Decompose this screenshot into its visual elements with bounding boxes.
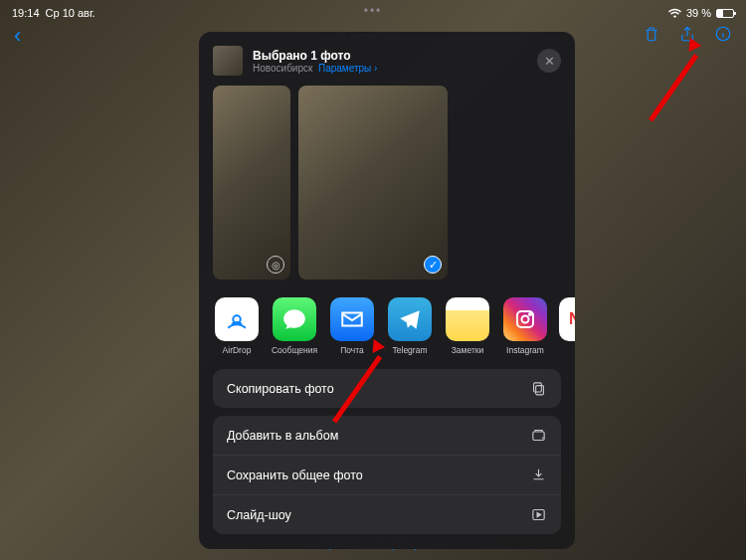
app-notes[interactable]: Заметки — [444, 297, 491, 355]
wifi-icon — [668, 8, 681, 18]
back-button[interactable]: ‹ — [0, 23, 35, 49]
header-thumbnail — [213, 46, 243, 76]
trash-button[interactable] — [643, 25, 660, 47]
mail-icon — [330, 297, 374, 341]
action-list: Скопировать фото Добавить в альбом Сохра… — [199, 359, 575, 534]
copy-icon — [530, 380, 547, 397]
download-icon — [530, 467, 547, 483]
preview-photo-2[interactable]: ✓ — [298, 86, 448, 280]
svg-rect-6 — [534, 383, 542, 392]
action-label: Добавить в альбом — [227, 429, 338, 443]
action-copy-photo[interactable]: Скопировать фото — [213, 369, 561, 408]
app-label: Заметки — [444, 345, 491, 355]
app-label: AirDrop — [213, 345, 261, 355]
action-label: Скопировать фото — [227, 382, 334, 396]
app-messages[interactable]: Сообщения — [271, 297, 318, 355]
album-icon — [530, 427, 547, 444]
status-date: Ср 10 авг. — [46, 7, 95, 19]
svg-rect-7 — [533, 432, 544, 441]
selected-check-icon: ✓ — [424, 256, 442, 274]
close-button[interactable]: ✕ — [537, 49, 561, 73]
app-label: Сообщения — [271, 345, 318, 355]
action-add-to-album[interactable]: Добавить в альбом — [213, 416, 561, 455]
app-instagram[interactable]: Instagram — [501, 297, 549, 355]
action-label: Слайд-шоу — [227, 508, 291, 522]
telegram-icon — [388, 297, 432, 341]
info-button[interactable] — [714, 25, 732, 47]
sheet-title: Выбрано 1 фото — [253, 49, 527, 63]
location-text: Новосибирск — [253, 63, 312, 74]
preview-row: ◎ ✓ — [199, 86, 575, 291]
share-sheet: Выбрано 1 фото Новосибирск Параметры › ✕… — [199, 32, 575, 549]
sheet-subtitle: Новосибирск Параметры › — [253, 63, 527, 74]
svg-point-4 — [529, 313, 531, 315]
messages-icon — [273, 297, 316, 341]
app-more[interactable]: N — [559, 297, 575, 355]
svg-rect-5 — [536, 386, 544, 395]
more-apps-icon: N — [559, 297, 575, 341]
app-label: Instagram — [501, 345, 549, 355]
params-link[interactable]: Параметры › — [318, 63, 377, 74]
action-label: Сохранить общее фото — [227, 468, 363, 482]
live-photo-icon: ◎ — [267, 256, 284, 274]
app-label: Telegram — [386, 345, 434, 355]
more-dots[interactable]: ••• — [364, 4, 383, 18]
action-slideshow[interactable]: Слайд-шоу — [213, 494, 561, 534]
share-apps-row: AirDrop Сообщения Почта Telegram Заметки — [199, 291, 575, 359]
play-icon — [530, 506, 547, 523]
action-save-shared-photo[interactable]: Сохранить общее фото — [213, 455, 561, 494]
status-time: 19:14 — [12, 7, 40, 19]
sheet-header: Выбрано 1 фото Новосибирск Параметры › ✕ — [199, 42, 575, 86]
preview-photo-1[interactable]: ◎ — [213, 86, 290, 280]
app-telegram[interactable]: Telegram — [386, 297, 434, 355]
instagram-icon — [503, 297, 547, 341]
app-airdrop[interactable]: AirDrop — [213, 297, 261, 355]
svg-point-3 — [522, 316, 529, 323]
airdrop-icon — [215, 297, 259, 341]
notes-icon — [446, 297, 489, 341]
battery-icon — [716, 9, 734, 18]
battery-percentage: 39 % — [686, 7, 711, 19]
